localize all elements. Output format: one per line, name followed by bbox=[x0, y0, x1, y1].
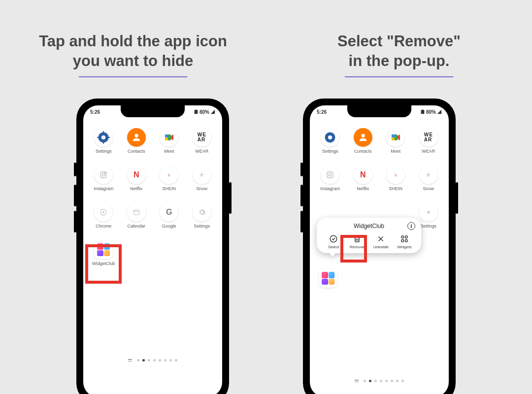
wear-icon: WEAR bbox=[193, 128, 211, 147]
captions-row: Tap and hold the app icon you want to hi… bbox=[0, 32, 532, 77]
app-label: Settings bbox=[420, 224, 436, 229]
phone-side-button bbox=[74, 211, 76, 232]
svg-point-18 bbox=[328, 135, 332, 139]
popup-action-select[interactable]: Select bbox=[322, 234, 345, 249]
svg-point-11 bbox=[102, 173, 105, 176]
app-widgetclub-below[interactable] bbox=[319, 269, 337, 288]
svg-rect-29 bbox=[405, 240, 408, 242]
info-icon[interactable]: i bbox=[407, 222, 415, 230]
phone-mockup-left: 5:26 80% Settings bbox=[76, 98, 229, 394]
app-label: Contacts bbox=[354, 149, 372, 154]
instagram-icon bbox=[94, 165, 113, 184]
gear-icon bbox=[321, 128, 339, 147]
svg-point-6 bbox=[134, 134, 138, 137]
drawer-icon bbox=[128, 359, 132, 361]
popup-action-label: Uninstall bbox=[373, 245, 389, 249]
phone-screen-left: 5:26 80% Settings bbox=[83, 105, 222, 394]
signal-icon bbox=[437, 109, 442, 114]
svg-point-12 bbox=[105, 173, 105, 173]
status-battery: 80% bbox=[426, 109, 436, 115]
popup-header: WidgetClub i bbox=[321, 223, 417, 232]
google-icon: G bbox=[160, 203, 178, 222]
popup-action-uninstall[interactable]: Uninstall bbox=[369, 234, 393, 249]
status-time: 5:26 bbox=[317, 109, 327, 115]
app-label: WEAR bbox=[422, 149, 435, 154]
popup-title: WidgetClub bbox=[354, 223, 384, 230]
app-label: Settings bbox=[194, 224, 210, 229]
netflix-icon: N bbox=[127, 165, 146, 184]
check-circle-icon bbox=[329, 234, 338, 243]
app-snow[interactable]: Snow bbox=[186, 165, 219, 200]
gear-icon bbox=[419, 203, 438, 222]
app-label: Meet bbox=[391, 149, 400, 154]
widgets-icon bbox=[400, 234, 409, 243]
app-instagram[interactable]: Instagram bbox=[87, 165, 120, 200]
caption-right-underline bbox=[345, 76, 453, 77]
battery-icon bbox=[194, 109, 199, 114]
app-instagram[interactable]: Instagram bbox=[314, 165, 347, 200]
phone-side-button bbox=[229, 182, 232, 214]
app-grid: Settings Contacts Meet WEAR WEAR bbox=[83, 118, 222, 275]
person-icon bbox=[127, 128, 146, 147]
phone-side-button bbox=[300, 211, 303, 232]
app-shein[interactable]: s SHEIN bbox=[379, 165, 412, 200]
person-icon bbox=[354, 128, 372, 147]
drawer-icon bbox=[355, 380, 359, 382]
app-netflix[interactable]: N Netflix bbox=[120, 165, 153, 200]
app-meet[interactable]: Meet bbox=[153, 128, 186, 163]
bolt-icon bbox=[419, 165, 438, 184]
caption-right: Select "Remove" in the pop-up. bbox=[266, 32, 532, 77]
page-indicator[interactable] bbox=[128, 359, 177, 361]
app-snow[interactable]: Snow bbox=[412, 165, 445, 200]
app-netflix[interactable]: N Netflix bbox=[347, 165, 380, 200]
app-label: Chrome bbox=[96, 224, 111, 229]
bolt-icon bbox=[193, 165, 211, 184]
meet-icon bbox=[386, 128, 405, 147]
app-shein[interactable]: s SHEIN bbox=[153, 165, 186, 200]
svg-rect-28 bbox=[401, 240, 404, 242]
app-calendar[interactable]: Calendar bbox=[120, 203, 153, 237]
app-label: Google bbox=[162, 224, 176, 229]
app-google[interactable]: G Google bbox=[153, 203, 186, 237]
app-contacts[interactable]: Contacts bbox=[347, 128, 380, 163]
context-popup: WidgetClub i Select Remove Uninstall bbox=[317, 218, 421, 253]
app-meet[interactable]: Meet bbox=[379, 128, 412, 163]
calendar-icon bbox=[127, 203, 146, 222]
popup-action-widgets[interactable]: Widgets bbox=[393, 234, 416, 249]
shein-icon: s bbox=[386, 165, 405, 184]
app-settings[interactable]: Settings bbox=[87, 128, 120, 163]
app-label: Instagram bbox=[320, 186, 340, 191]
popup-action-remove[interactable]: Remove bbox=[345, 234, 369, 249]
caption-right-line1: Select "Remove" bbox=[337, 32, 461, 51]
app-wear[interactable]: WEAR WEAR bbox=[186, 128, 219, 163]
status-right: 80% bbox=[420, 109, 442, 115]
phone-side-button bbox=[74, 163, 76, 176]
phone-mockup-right: 5:26 80% Settings bbox=[303, 98, 456, 394]
popup-action-label: Widgets bbox=[398, 245, 412, 249]
app-wear[interactable]: WEAR WEAR bbox=[412, 128, 445, 163]
app-label: Snow bbox=[423, 186, 434, 191]
caption-left-underline bbox=[79, 76, 187, 77]
app-label: Contacts bbox=[128, 149, 145, 154]
svg-point-1 bbox=[101, 135, 105, 139]
caption-left-line2: you want to hide bbox=[73, 51, 194, 71]
phone-side-button bbox=[74, 185, 76, 206]
app-widgetclub[interactable]: WidgetClub bbox=[87, 240, 120, 275]
signal-icon bbox=[210, 109, 215, 114]
svg-point-25 bbox=[330, 235, 337, 242]
app-label: WidgetClub bbox=[92, 261, 115, 266]
caption-left: Tap and hold the app icon you want to hi… bbox=[0, 32, 266, 77]
svg-rect-5 bbox=[107, 137, 110, 138]
caption-left-line1: Tap and hold the app icon bbox=[39, 32, 227, 51]
trash-icon bbox=[353, 234, 362, 243]
svg-rect-21 bbox=[392, 134, 395, 137]
netflix-icon: N bbox=[354, 165, 372, 184]
svg-rect-23 bbox=[327, 172, 333, 178]
app-chrome[interactable]: Chrome bbox=[87, 203, 120, 237]
app-settings-2[interactable]: Settings bbox=[186, 203, 219, 237]
app-contacts[interactable]: Contacts bbox=[120, 128, 153, 163]
svg-rect-22 bbox=[392, 137, 395, 140]
app-settings[interactable]: Settings bbox=[314, 128, 347, 163]
phone-notch bbox=[347, 105, 411, 117]
page-indicator[interactable] bbox=[355, 380, 404, 382]
